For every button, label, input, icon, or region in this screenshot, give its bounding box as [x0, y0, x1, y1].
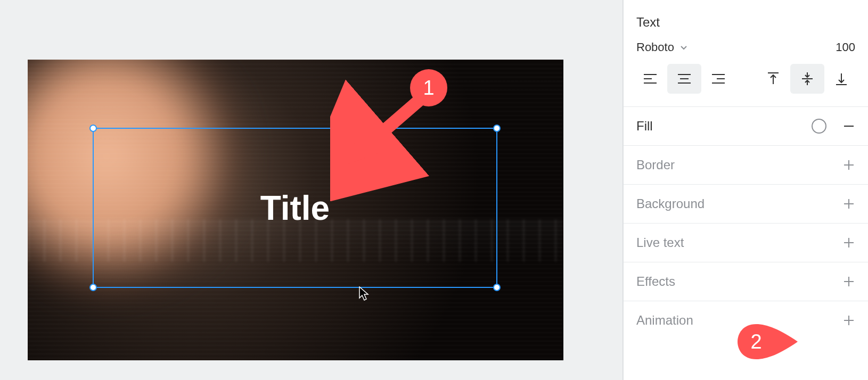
fill-row[interactable]: Fill	[624, 106, 868, 145]
live-text-row[interactable]: Live text	[624, 223, 868, 262]
annotation-badge-2-label: 2	[750, 331, 761, 353]
chevron-down-icon	[679, 43, 688, 52]
align-middle-button[interactable]	[790, 64, 824, 94]
background-row[interactable]: Background	[624, 184, 868, 223]
add-live-text-icon[interactable]	[842, 236, 855, 249]
add-effects-icon[interactable]	[842, 275, 855, 288]
fill-color-swatch[interactable]	[812, 119, 826, 134]
align-top-button[interactable]	[756, 64, 790, 94]
effects-row[interactable]: Effects	[624, 262, 868, 301]
font-row: Roboto 100	[624, 35, 868, 64]
add-animation-icon[interactable]	[842, 314, 855, 327]
align-right-button[interactable]	[701, 64, 735, 94]
horizontal-align-group	[633, 64, 735, 94]
resize-handle-top-right[interactable]	[493, 125, 501, 132]
border-label: Border	[636, 158, 675, 172]
add-background-icon[interactable]	[842, 197, 855, 210]
align-middle-icon	[801, 72, 813, 86]
add-border-icon[interactable]	[842, 159, 855, 171]
annotation-badge-1: 1	[410, 69, 447, 106]
font-size-value[interactable]: 100	[836, 40, 855, 54]
live-text-label: Live text	[636, 235, 684, 250]
title-text: Title	[260, 188, 330, 228]
cursor-icon	[359, 286, 371, 301]
align-left-button[interactable]	[633, 64, 667, 94]
canvas-area: Title 1	[0, 0, 623, 380]
border-row[interactable]: Border	[624, 145, 868, 184]
alignment-row	[624, 64, 868, 106]
text-panel-title: Text	[624, 0, 868, 35]
remove-fill-icon[interactable]	[842, 120, 855, 133]
font-family-label: Roboto	[636, 40, 674, 54]
vertical-align-group	[756, 64, 858, 94]
align-bottom-button[interactable]	[824, 64, 858, 94]
font-family-select[interactable]: Roboto	[636, 40, 688, 54]
resize-handle-bottom-right[interactable]	[493, 284, 501, 291]
align-bottom-icon	[836, 72, 847, 86]
background-label: Background	[636, 196, 705, 211]
fill-label: Fill	[636, 119, 653, 134]
annotation-badge-1-label: 1	[423, 77, 434, 100]
align-top-icon	[767, 72, 779, 86]
align-center-button[interactable]	[667, 64, 701, 94]
effects-label: Effects	[636, 274, 675, 289]
animation-label: Animation	[636, 313, 693, 328]
align-left-icon	[643, 73, 657, 85]
annotation-pointer-2: 2	[738, 323, 799, 360]
align-center-icon	[677, 73, 691, 85]
resize-handle-bottom-left[interactable]	[89, 284, 97, 291]
resize-handle-top-left[interactable]	[89, 125, 97, 132]
video-preview[interactable]: Title	[28, 60, 563, 360]
align-right-icon	[711, 73, 725, 85]
